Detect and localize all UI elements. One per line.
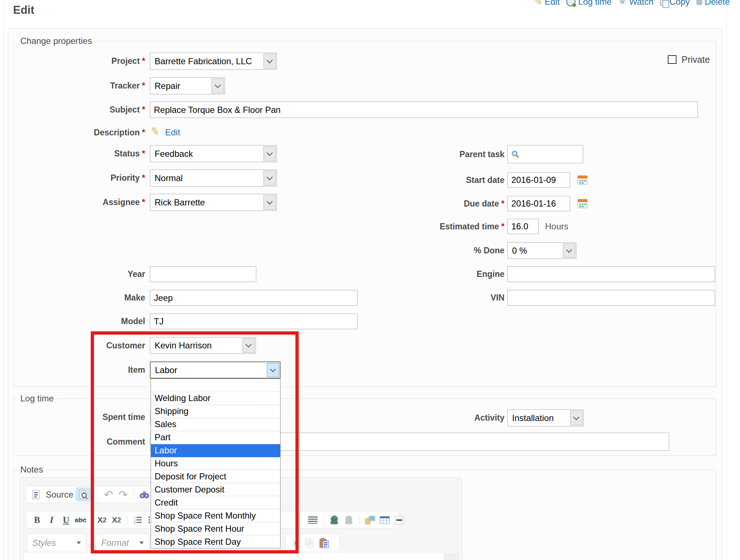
chevron-down-icon[interactable] xyxy=(212,78,224,93)
issue-edit-page: ✎ Edit Log time ★ Watch Copy Delete Edit… xyxy=(0,0,740,560)
link-icon[interactable] xyxy=(327,513,342,527)
chevron-down-icon[interactable] xyxy=(267,363,279,377)
parent-task-label: Parent task xyxy=(381,145,504,163)
model-input[interactable] xyxy=(150,314,357,329)
dropdown-option[interactable]: Shop Space Rent Day xyxy=(151,535,280,548)
superscript-icon[interactable]: X2 xyxy=(109,513,124,527)
edit-action-label: Edit xyxy=(545,0,560,7)
clock-plus-icon xyxy=(566,0,576,7)
dropdown-option[interactable]: Deposit for Project xyxy=(151,470,280,483)
dropdown-option[interactable]: Welding Labor xyxy=(151,392,280,405)
calendar-icon[interactable] xyxy=(577,174,588,187)
item-value: Labor xyxy=(155,362,177,378)
format-combo[interactable]: Format xyxy=(96,534,149,552)
dropdown-option[interactable]: Sales xyxy=(151,418,280,431)
dropdown-option[interactable]: Shipping xyxy=(151,405,280,418)
dropdown-option[interactable]: Shop Space Rent Monthly xyxy=(151,509,280,522)
subject-input[interactable] xyxy=(150,102,698,118)
required-marker: * xyxy=(142,56,145,66)
hours-unit-label: Hours xyxy=(545,219,568,234)
dropdown-option-selected[interactable]: Labor xyxy=(151,444,280,457)
dropdown-option[interactable]: Shop Space Rent Hour xyxy=(151,522,280,535)
required-marker: * xyxy=(142,128,145,137)
status-select[interactable]: Feedback xyxy=(150,145,277,162)
star-icon: ★ xyxy=(618,0,626,7)
copy-icon[interactable] xyxy=(302,536,317,550)
undo-icon[interactable]: ↶ xyxy=(101,487,116,502)
make-input[interactable] xyxy=(150,290,357,306)
tracker-select[interactable]: Repair xyxy=(150,77,225,94)
model-label: Model xyxy=(22,314,145,329)
dropdown-option[interactable]: Customer Deposit xyxy=(151,483,280,496)
styles-combo[interactable]: Styles xyxy=(27,534,86,552)
page-left-border xyxy=(4,0,4,560)
dropdown-option[interactable]: Hours xyxy=(151,457,280,470)
priority-value: Normal xyxy=(155,170,183,186)
source-button-label[interactable]: Source xyxy=(46,490,73,500)
year-label: Year xyxy=(22,266,145,282)
chevron-down-icon xyxy=(77,541,81,544)
watch-action-link[interactable]: ★ Watch xyxy=(618,0,653,7)
log-time-action-link[interactable]: Log time xyxy=(566,0,612,7)
underline-icon[interactable]: U xyxy=(59,513,73,527)
chevron-down-icon[interactable] xyxy=(263,54,276,69)
chevron-down-icon[interactable] xyxy=(242,338,255,353)
chevron-down-icon[interactable] xyxy=(570,410,582,425)
assignee-label: Assignee* xyxy=(22,194,145,211)
activity-label: Activity xyxy=(381,409,504,426)
project-value: Barrette Fabrication, LLC xyxy=(155,53,252,69)
required-marker: * xyxy=(501,222,504,231)
strikethrough-icon[interactable]: abc xyxy=(73,513,88,527)
estimated-time-input[interactable] xyxy=(507,219,539,234)
priority-label: Priority* xyxy=(22,169,145,187)
blockquote-icon[interactable] xyxy=(306,513,320,527)
description-edit-link[interactable]: Edit xyxy=(165,127,180,138)
activity-select[interactable]: Installation xyxy=(507,409,584,426)
editor-scrollbar-up[interactable] xyxy=(443,553,459,560)
horizontal-rule-icon[interactable] xyxy=(392,513,406,527)
engine-input[interactable] xyxy=(507,266,715,282)
chevron-down-icon[interactable] xyxy=(263,171,276,185)
redo-icon[interactable]: ↷ xyxy=(116,487,130,502)
customer-select[interactable]: Kevin Harrison xyxy=(150,337,256,354)
image-icon[interactable] xyxy=(363,513,377,527)
toolbar-insert-group xyxy=(306,512,406,528)
italic-icon[interactable]: I xyxy=(44,513,59,527)
notes-editing-area[interactable] xyxy=(24,553,458,560)
unlink-icon[interactable] xyxy=(342,513,356,527)
copy-action-link[interactable]: Copy xyxy=(660,0,690,7)
done-ratio-select[interactable]: 0 % xyxy=(507,242,576,259)
year-input[interactable] xyxy=(150,266,256,282)
numbered-list-icon[interactable]: 123 xyxy=(131,513,145,527)
preview-button[interactable] xyxy=(75,487,91,502)
subject-label: Subject* xyxy=(22,102,145,118)
find-binoculars-icon[interactable] xyxy=(137,487,152,502)
dropdown-option-blank[interactable] xyxy=(151,379,280,392)
start-date-label: Start date xyxy=(381,172,504,188)
project-select[interactable]: Barrette Fabrication, LLC xyxy=(150,53,277,70)
dropdown-option[interactable]: Part xyxy=(151,431,280,444)
calendar-icon[interactable] xyxy=(577,197,588,210)
table-icon[interactable] xyxy=(377,513,392,527)
chevron-down-icon[interactable] xyxy=(263,146,276,161)
edit-action-link[interactable]: ✎ Edit xyxy=(534,0,560,7)
paste-icon[interactable] xyxy=(317,536,331,550)
priority-select[interactable]: Normal xyxy=(150,169,277,187)
private-checkbox[interactable] xyxy=(668,55,676,64)
delete-action-link[interactable]: Delete xyxy=(696,0,730,7)
vin-input[interactable] xyxy=(507,290,715,306)
item-select[interactable]: Labor xyxy=(150,361,281,379)
assignee-select[interactable]: Rick Barrette xyxy=(150,194,277,211)
cut-scissors-icon[interactable]: ✂ xyxy=(288,536,302,550)
tracker-value: Repair xyxy=(155,78,180,94)
chevron-down-icon xyxy=(139,541,144,544)
subscript-icon[interactable]: X2 xyxy=(95,513,109,527)
chevron-down-icon[interactable] xyxy=(263,195,276,210)
due-date-input[interactable] xyxy=(507,196,570,211)
required-marker: * xyxy=(142,149,145,158)
start-date-input[interactable] xyxy=(507,172,570,188)
bold-icon[interactable]: B xyxy=(30,513,44,527)
dropdown-option[interactable]: Credit xyxy=(151,496,280,509)
project-label: Project* xyxy=(22,53,145,70)
chevron-down-icon[interactable] xyxy=(563,244,575,258)
